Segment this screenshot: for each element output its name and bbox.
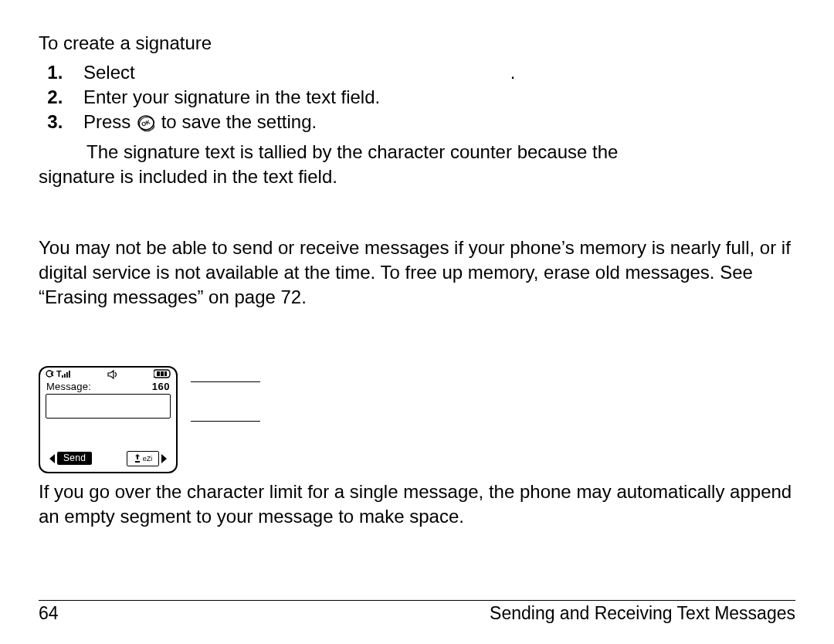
section-title: Sending and Receiving Text Messages [490, 603, 795, 624]
step-3-before: Press [83, 111, 131, 132]
page-footer: 64 Sending and Receiving Text Messages [39, 603, 795, 624]
phone-softkey-bar: Send eZi [43, 450, 173, 467]
phone-status-bar: T [46, 369, 171, 380]
svg-rect-6 [64, 374, 66, 378]
ok-button-icon: OK [137, 115, 154, 132]
send-softkey: Send [57, 452, 92, 465]
note-line-2: signature is included in the text field. [39, 166, 337, 187]
text-mode-indicator: eZi [127, 451, 159, 466]
note-line-1: The signature text is tallied by the cha… [39, 140, 795, 164]
battery-icon [154, 369, 171, 380]
signal-icon: T [46, 369, 75, 380]
page-number: 64 [39, 603, 59, 624]
phone-message-label: Message: [46, 381, 91, 392]
note-paragraph: The signature text is tallied by the cha… [39, 140, 795, 189]
step-2: Enter your signature in the text field. [68, 85, 795, 110]
step-1: Select. [68, 60, 795, 85]
text-mode-label: eZi [143, 455, 153, 463]
svg-rect-8 [69, 371, 70, 378]
step-3: Press OK to save the setting. [68, 110, 795, 134]
after-screen-paragraph: If you go over the character limit for a… [39, 480, 795, 529]
step-1-trailing: . [510, 62, 516, 83]
intro-text: To create a signature [39, 31, 795, 56]
speaker-icon [107, 370, 121, 379]
callout-lines [191, 381, 260, 460]
right-arrow-icon [161, 454, 171, 463]
steps-list: Select. Enter your signature in the text… [39, 60, 795, 135]
phone-screen: T [39, 366, 178, 473]
phone-screen-figure: T [39, 366, 795, 473]
phone-text-input [46, 394, 171, 419]
step-3-after: to save the setting. [161, 111, 317, 132]
step-2-text: Enter your signature in the text field. [83, 86, 380, 107]
memory-paragraph: You may not be able to send or receive m… [39, 236, 795, 310]
svg-rect-5 [62, 375, 63, 378]
footer-rule [39, 600, 795, 601]
svg-text:T: T [56, 369, 62, 378]
svg-rect-7 [66, 372, 68, 378]
phone-char-count: 160 [152, 381, 170, 392]
svg-text:OK: OK [141, 119, 151, 128]
step-1-text: Select [83, 62, 135, 83]
left-arrow-icon [45, 454, 55, 463]
